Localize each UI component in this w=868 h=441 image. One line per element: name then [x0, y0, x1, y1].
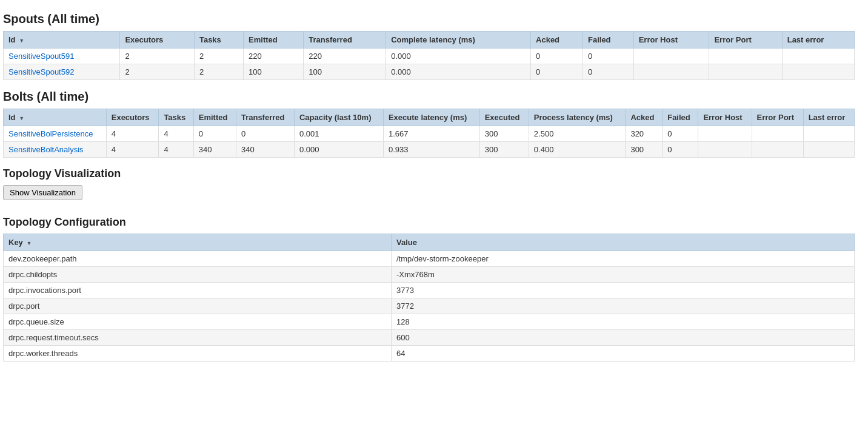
spouts-col-executors: Executors	[120, 32, 195, 49]
spout-failed-cell: 0	[583, 64, 633, 80]
bolts-col-process-latency: Process latency (ms)	[529, 109, 626, 126]
spout-emitted-cell: 100	[244, 64, 304, 80]
spout-transferred-cell: 220	[304, 49, 386, 64]
config-col-value: Value	[392, 234, 855, 251]
bolt-last-error-cell	[803, 142, 854, 158]
config-table: Key ▼ Value dev.zookeeper.path /tmp/dev-…	[3, 234, 855, 362]
spout-last-error-cell	[782, 49, 854, 64]
bolts-col-transferred: Transferred	[236, 109, 294, 126]
spout-transferred-cell: 100	[304, 64, 386, 80]
spouts-row: SensitiveSpout591 2 2 220 220 0.000 0 0	[4, 49, 855, 64]
bolts-col-executors: Executors	[106, 109, 159, 126]
bolt-id-cell: SensitiveBoltAnalysis	[4, 142, 107, 158]
topology-configuration-title: Topology Configuration	[3, 216, 855, 229]
bolt-process-latency-cell: 2.500	[529, 126, 626, 142]
bolt-emitted-cell: 0	[193, 126, 236, 142]
spout-id-link[interactable]: SensitiveSpout592	[8, 67, 74, 76]
config-key-cell: drpc.port	[4, 298, 392, 314]
config-value-cell: -Xmx768m	[392, 267, 855, 283]
config-value-cell: 3772	[392, 298, 855, 314]
spout-tasks-cell: 2	[194, 49, 243, 64]
spout-executors-cell: 2	[120, 49, 195, 64]
spout-failed-cell: 0	[583, 49, 633, 64]
spouts-col-failed: Failed	[583, 32, 633, 49]
bolt-execute-latency-cell: 1.667	[383, 126, 479, 142]
config-col-key[interactable]: Key ▼	[4, 234, 392, 251]
config-value-cell: 600	[392, 330, 855, 346]
bolt-process-latency-cell: 0.400	[529, 142, 626, 158]
bolt-failed-cell: 0	[663, 126, 698, 142]
bolt-id-link[interactable]: SensitiveBoltAnalysis	[8, 145, 84, 154]
spouts-header-row: Id ▼ Executors Tasks Emitted Transferred…	[4, 32, 855, 49]
spouts-col-error-host: Error Host	[633, 32, 709, 49]
bolt-error-host-cell	[698, 142, 752, 158]
config-value-cell: 64	[392, 346, 855, 362]
sort-icon-config-key: ▼	[26, 240, 32, 246]
bolt-transferred-cell: 340	[236, 142, 294, 158]
bolts-header-row: Id ▼ Executors Tasks Emitted Transferred…	[4, 109, 855, 126]
show-visualization-button[interactable]: Show Visualization	[3, 185, 82, 200]
bolt-tasks-cell: 4	[159, 142, 193, 158]
bolt-executors-cell: 4	[106, 142, 159, 158]
spout-tasks-cell: 2	[194, 64, 243, 80]
bolt-capacity-cell: 0.001	[294, 126, 383, 142]
bolt-last-error-cell	[803, 126, 854, 142]
config-row: drpc.queue.size 128	[4, 314, 855, 330]
spout-id-cell: SensitiveSpout591	[4, 49, 120, 64]
bolt-capacity-cell: 0.000	[294, 142, 383, 158]
config-row: drpc.childopts -Xmx768m	[4, 267, 855, 283]
bolts-row: SensitiveBolPersistence 4 4 0 0 0.001 1.…	[4, 126, 855, 142]
bolts-col-execute-latency: Execute latency (ms)	[383, 109, 479, 126]
sort-icon-id: ▼	[19, 38, 24, 44]
spout-last-error-cell	[782, 64, 854, 80]
spouts-col-emitted: Emitted	[244, 32, 304, 49]
bolt-id-link[interactable]: SensitiveBolPersistence	[8, 129, 93, 138]
bolt-error-host-cell	[698, 126, 752, 142]
config-value-cell: 3773	[392, 283, 855, 298]
spout-id-link[interactable]: SensitiveSpout591	[8, 52, 74, 61]
config-row: drpc.request.timeout.secs 600	[4, 330, 855, 346]
spouts-col-tasks: Tasks	[194, 32, 243, 49]
bolt-failed-cell: 0	[663, 142, 698, 158]
config-row: drpc.worker.threads 64	[4, 346, 855, 362]
bolt-id-cell: SensitiveBolPersistence	[4, 126, 107, 142]
spout-emitted-cell: 220	[244, 49, 304, 64]
spouts-col-transferred: Transferred	[304, 32, 386, 49]
bolts-title: Bolts (All time)	[3, 90, 855, 104]
bolt-emitted-cell: 340	[193, 142, 236, 158]
bolts-col-tasks: Tasks	[159, 109, 193, 126]
spout-acked-cell: 0	[531, 64, 583, 80]
spouts-col-acked: Acked	[531, 32, 583, 49]
config-row: drpc.port 3772	[4, 298, 855, 314]
bolts-col-error-host: Error Host	[698, 109, 752, 126]
config-key-cell: drpc.queue.size	[4, 314, 392, 330]
bolt-execute-latency-cell: 0.933	[383, 142, 479, 158]
bolts-row: SensitiveBoltAnalysis 4 4 340 340 0.000 …	[4, 142, 855, 158]
spout-error-host-cell	[633, 64, 709, 80]
bolt-acked-cell: 300	[626, 142, 663, 158]
bolt-acked-cell: 320	[626, 126, 663, 142]
spout-executors-cell: 2	[120, 64, 195, 80]
spout-acked-cell: 0	[531, 49, 583, 64]
spouts-col-error-port: Error Port	[709, 32, 782, 49]
bolts-col-last-error: Last error	[803, 109, 854, 126]
bolts-col-id[interactable]: Id ▼	[4, 109, 107, 126]
config-key-cell: drpc.childopts	[4, 267, 392, 283]
bolts-col-failed: Failed	[663, 109, 698, 126]
spouts-title: Spouts (All time)	[3, 12, 855, 26]
spouts-col-id[interactable]: Id ▼	[4, 32, 120, 49]
bolt-executed-cell: 300	[479, 142, 529, 158]
bolts-col-error-port: Error Port	[752, 109, 803, 126]
bolts-col-executed: Executed	[479, 109, 529, 126]
spout-error-port-cell	[709, 64, 782, 80]
bolt-tasks-cell: 4	[159, 126, 193, 142]
config-key-cell: dev.zookeeper.path	[4, 251, 392, 267]
spout-id-cell: SensitiveSpout592	[4, 64, 120, 80]
config-header-row: Key ▼ Value	[4, 234, 855, 251]
spouts-table: Id ▼ Executors Tasks Emitted Transferred…	[3, 31, 855, 80]
bolt-transferred-cell: 0	[236, 126, 294, 142]
spouts-row: SensitiveSpout592 2 2 100 100 0.000 0 0	[4, 64, 855, 80]
spout-complete-latency-cell: 0.000	[386, 64, 531, 80]
spout-error-port-cell	[709, 49, 782, 64]
config-key-cell: drpc.worker.threads	[4, 346, 392, 362]
